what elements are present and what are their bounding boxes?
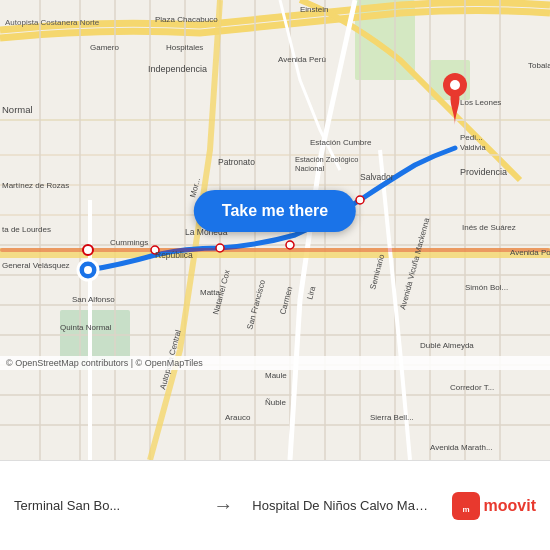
svg-text:Avenida Poc...: Avenida Poc... [510, 248, 550, 257]
svg-point-39 [450, 80, 460, 90]
svg-text:Avenida Perú: Avenida Perú [278, 55, 326, 64]
svg-text:Arauco: Arauco [225, 413, 251, 422]
route-to-label: Hospital De Niños Calvo Macke... [252, 498, 432, 513]
svg-text:Simón Bol...: Simón Bol... [465, 283, 508, 292]
moovit-logo-text: moovit [484, 497, 536, 515]
svg-text:Tobalaba: Tobalaba [528, 61, 550, 70]
map-attribution: © OpenStreetMap contributors | © OpenMap… [0, 356, 550, 370]
svg-point-37 [84, 266, 92, 274]
map-container: Normal Providencia Independencia Patrona… [0, 0, 550, 460]
svg-text:ta de Lourdes: ta de Lourdes [2, 225, 51, 234]
svg-text:Ñuble: Ñuble [265, 398, 286, 407]
svg-text:Quinta Normal: Quinta Normal [60, 323, 112, 332]
svg-text:Inés de Suárez: Inés de Suárez [462, 223, 516, 232]
arrow-icon: → [213, 494, 233, 517]
svg-text:m: m [462, 505, 469, 514]
svg-text:Cummings: Cummings [110, 238, 148, 247]
svg-text:Pedi...: Pedi... [460, 133, 483, 142]
svg-text:Hospitales: Hospitales [166, 43, 203, 52]
take-me-there-button[interactable]: Take me there [194, 190, 356, 232]
svg-text:Avenida Marath...: Avenida Marath... [430, 443, 493, 452]
svg-text:Estación Zoológico: Estación Zoológico [295, 155, 358, 164]
svg-text:Estación Cumbre: Estación Cumbre [310, 138, 372, 147]
svg-text:Autopista Costanera Norte: Autopista Costanera Norte [5, 18, 100, 27]
moovit-logo: m moovit [452, 492, 536, 520]
svg-text:Patronato: Patronato [218, 157, 255, 167]
route-from-label: Terminal San Bo... [14, 498, 194, 513]
svg-point-31 [83, 245, 93, 255]
svg-text:San Alfonso: San Alfonso [72, 295, 115, 304]
bottom-bar: Terminal San Bo... → Hospital De Niños C… [0, 460, 550, 550]
svg-text:Gamero: Gamero [90, 43, 119, 52]
svg-point-35 [356, 196, 364, 204]
svg-text:República: República [155, 250, 193, 260]
svg-text:Independencia: Independencia [148, 64, 207, 74]
svg-text:Corredor T...: Corredor T... [450, 383, 494, 392]
svg-text:General Velásquez: General Velásquez [2, 261, 70, 270]
svg-text:Plaza Chacabuco: Plaza Chacabuco [155, 15, 218, 24]
svg-text:Martínez de Rozas: Martínez de Rozas [2, 181, 69, 190]
svg-text:Nacional: Nacional [295, 164, 325, 173]
svg-text:Valdivia: Valdivia [460, 143, 487, 152]
svg-point-33 [216, 244, 224, 252]
svg-text:Providencia: Providencia [460, 167, 507, 177]
svg-text:Maule: Maule [265, 371, 287, 380]
svg-text:Einstein: Einstein [300, 5, 328, 14]
svg-text:Salvador: Salvador [360, 172, 394, 182]
svg-text:Normal: Normal [2, 104, 33, 115]
svg-text:Los Leones: Los Leones [460, 98, 501, 107]
svg-point-34 [286, 241, 294, 249]
svg-text:Dublé Almeyda: Dublé Almeyda [420, 341, 474, 350]
svg-text:Sierra Bell...: Sierra Bell... [370, 413, 414, 422]
